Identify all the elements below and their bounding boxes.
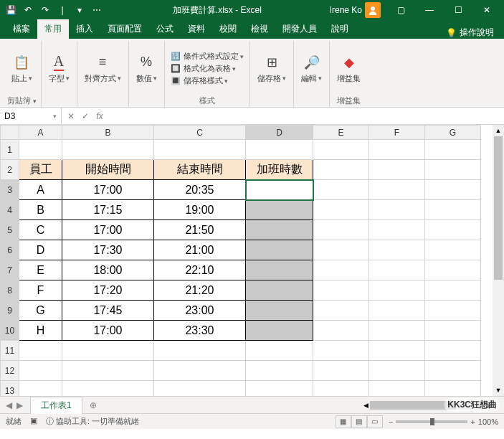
- row-header-2[interactable]: 2: [1, 160, 19, 180]
- paste-button[interactable]: 📋 貼上: [9, 52, 35, 85]
- row-header-3[interactable]: 3: [1, 180, 19, 200]
- ribbon-tabs: 檔案 常用 插入 頁面配置 公式 資料 校閱 檢視 開發人員 說明 💡 操作說明: [0, 20, 504, 39]
- window-title: 加班費計算.xlsx - Excel: [105, 4, 330, 16]
- qat-more-icon[interactable]: ▾: [72, 2, 87, 18]
- zoom-level[interactable]: 100%: [478, 417, 498, 426]
- col-header-A[interactable]: A: [19, 126, 62, 140]
- format-table-button[interactable]: 🔲格式化為表格: [169, 63, 246, 74]
- scroll-down-icon[interactable]: ▼: [493, 384, 504, 396]
- row-header-11[interactable]: 11: [1, 341, 19, 361]
- tab-file[interactable]: 檔案: [6, 19, 37, 39]
- group-clipboard[interactable]: 剪貼簿: [7, 95, 37, 107]
- cell-header-start[interactable]: 開始時間: [62, 160, 154, 180]
- macro-record-icon[interactable]: ▣: [30, 416, 37, 427]
- tab-developer[interactable]: 開發人員: [275, 19, 324, 39]
- select-all-corner[interactable]: [1, 126, 19, 140]
- col-header-G[interactable]: G: [425, 126, 481, 140]
- sheet-nav-prev-icon[interactable]: ◀: [4, 400, 14, 410]
- col-header-C[interactable]: C: [154, 126, 246, 140]
- save-icon[interactable]: 💾: [3, 2, 19, 18]
- cancel-icon[interactable]: ✕: [65, 111, 77, 121]
- row-header-7[interactable]: 7: [1, 260, 19, 280]
- hscroll-left-icon[interactable]: ◀: [363, 402, 369, 409]
- addins-button[interactable]: ◆ 增益集: [334, 52, 363, 85]
- name-box[interactable]: D3 ▾: [0, 108, 62, 124]
- align-button[interactable]: ≡ 對齊方式: [82, 52, 124, 85]
- chevron-down-icon[interactable]: ▾: [53, 113, 57, 120]
- status-accessibility: 協助工具: 一切準備就緒: [56, 417, 139, 425]
- row-header-9[interactable]: 9: [1, 301, 19, 321]
- worksheet-grid[interactable]: A B C D E F G 1 2 員工 開始時間 結束時間 加班時數 3A17…: [0, 125, 481, 396]
- tab-formulas[interactable]: 公式: [149, 19, 181, 39]
- scroll-up-icon[interactable]: ▲: [493, 125, 504, 136]
- qat-sep: |: [54, 2, 70, 18]
- sheet-tab-bar: ◀ ▶ 工作表1 ⊕ ◀ ▶: [0, 396, 504, 413]
- group-styles: 樣式: [199, 95, 215, 107]
- cell-header-emp[interactable]: 員工: [19, 160, 62, 180]
- number-button[interactable]: % 數值: [133, 52, 160, 85]
- status-ready: 就緒: [6, 416, 22, 427]
- enter-icon[interactable]: ✓: [79, 111, 92, 121]
- cell-header-ot[interactable]: 加班時數: [246, 160, 313, 180]
- cell-styles-button[interactable]: 🔳儲存格樣式: [169, 75, 246, 86]
- table-icon: 🔲: [171, 64, 181, 73]
- tab-home[interactable]: 常用: [37, 19, 69, 39]
- row-header-8[interactable]: 8: [1, 280, 19, 301]
- zoom-in-icon[interactable]: +: [470, 417, 475, 426]
- col-header-E[interactable]: E: [313, 126, 369, 140]
- title-bar: 💾 ↶ ↷ | ▾ ⋯ 加班費計算.xlsx - Excel Irene Ko …: [0, 0, 504, 20]
- zoom-slider[interactable]: [396, 420, 467, 423]
- vertical-scrollbar[interactable]: ▲ ▼: [493, 125, 504, 396]
- font-icon: A: [49, 53, 68, 72]
- row-header-5[interactable]: 5: [1, 220, 19, 240]
- scroll-thumb[interactable]: [494, 136, 503, 280]
- edit-button[interactable]: 🔎 編輯: [298, 52, 325, 85]
- tab-insert[interactable]: 插入: [69, 19, 100, 39]
- view-normal-icon[interactable]: ▦: [336, 415, 351, 428]
- group-addins: 增益集: [337, 95, 361, 107]
- close-icon[interactable]: ✕: [472, 0, 501, 20]
- sheet-tab[interactable]: 工作表1: [30, 397, 82, 414]
- ribbon-display-icon[interactable]: ▢: [386, 0, 415, 20]
- align-icon: ≡: [93, 53, 112, 72]
- status-bar: 就緒 ▣ ⓘ 協助工具: 一切準備就緒 ▦ ▤ ▭ − + 100%: [0, 413, 504, 429]
- tab-data[interactable]: 資料: [181, 19, 212, 39]
- view-pagebreak-icon[interactable]: ▭: [367, 415, 383, 428]
- conditional-format-button[interactable]: 🔢條件式格式設定: [169, 51, 246, 62]
- redo-icon[interactable]: ↷: [37, 2, 53, 18]
- row-header-1[interactable]: 1: [1, 140, 19, 160]
- user-name: Irene Ko: [330, 5, 362, 15]
- add-sheet-icon[interactable]: ⊕: [85, 400, 101, 410]
- addin-icon: ◆: [340, 53, 358, 72]
- col-header-F[interactable]: F: [369, 126, 425, 140]
- zoom-out-icon[interactable]: −: [389, 417, 393, 426]
- user-avatar-icon[interactable]: [365, 2, 381, 18]
- col-header-B[interactable]: B: [62, 126, 154, 140]
- maximize-icon[interactable]: ☐: [444, 0, 472, 20]
- row-header-12[interactable]: 12: [1, 361, 19, 381]
- fx-icon[interactable]: fx: [93, 111, 106, 121]
- qat-overflow-icon[interactable]: ⋯: [89, 2, 105, 18]
- cell-header-end[interactable]: 結束時間: [154, 160, 246, 180]
- cells-button[interactable]: ⊞ 儲存格: [255, 52, 289, 85]
- row-header-13[interactable]: 13: [1, 381, 19, 397]
- minimize-icon[interactable]: —: [415, 0, 444, 20]
- tab-view[interactable]: 檢視: [244, 19, 275, 39]
- watermark: KK3C狂想曲: [444, 398, 500, 412]
- lightbulb-icon: 💡: [446, 28, 457, 38]
- font-button[interactable]: A 字型: [46, 52, 72, 85]
- tab-help[interactable]: 說明: [324, 19, 356, 39]
- tellme-label[interactable]: 操作說明: [460, 27, 494, 39]
- row-header-10[interactable]: 10: [1, 321, 19, 341]
- tab-review[interactable]: 校閱: [212, 19, 244, 39]
- view-layout-icon[interactable]: ▤: [351, 415, 367, 428]
- sheet-nav-next-icon[interactable]: ▶: [15, 400, 24, 410]
- cells-icon: ⊞: [262, 53, 281, 72]
- undo-icon[interactable]: ↶: [20, 2, 36, 18]
- active-cell[interactable]: [246, 180, 313, 200]
- row-header-6[interactable]: 6: [1, 240, 19, 260]
- tab-layout[interactable]: 頁面配置: [100, 19, 149, 39]
- col-header-D[interactable]: D: [246, 126, 313, 140]
- search-icon: 🔎: [303, 53, 321, 72]
- row-header-4[interactable]: 4: [1, 200, 19, 220]
